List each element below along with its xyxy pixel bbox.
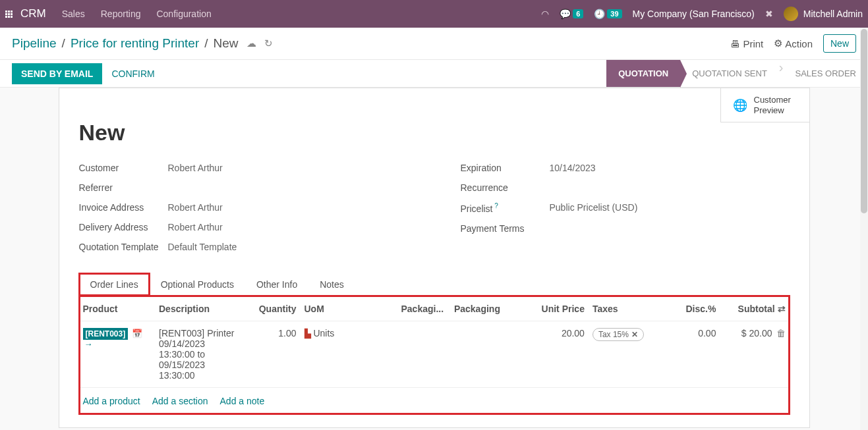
breadcrumb-opportunity[interactable]: Price for renting Printer — [71, 36, 199, 51]
arrow-right-icon[interactable]: → — [84, 339, 93, 349]
action-button[interactable]: ⚙ Action — [774, 38, 813, 49]
breadcrumb-pipeline[interactable]: Pipeline — [12, 36, 57, 51]
messages-icon[interactable]: 💬6 — [560, 9, 583, 19]
user-menu[interactable]: Mitchell Admin — [784, 7, 863, 21]
add-section-link[interactable]: Add a section — [152, 396, 208, 406]
breadcrumb: Pipeline / Price for renting Printer / N… — [12, 36, 273, 51]
breadcrumb-row: Pipeline / Price for renting Printer / N… — [0, 28, 868, 60]
th-description: Description — [155, 296, 252, 321]
label-quotation-template: Quotation Template — [79, 242, 168, 252]
stage-sales-order[interactable]: SALES ORDER — [784, 60, 868, 87]
clock-badge: 39 — [607, 9, 622, 18]
globe-icon: 🌐 — [733, 98, 747, 113]
tab-other-info[interactable]: Other Info — [245, 273, 308, 295]
label-recurrence: Recurrence — [461, 182, 550, 193]
vertical-scrollbar[interactable] — [860, 28, 868, 430]
add-product-link[interactable]: Add a product — [83, 396, 140, 406]
th-unit-price: Unit Price — [526, 296, 589, 321]
field-invoice-address[interactable]: Robert Arthur — [168, 202, 223, 213]
top-navbar: CRM Sales Reporting Configuration ◠ 💬6 🕘… — [0, 0, 868, 28]
columns-settings-icon[interactable]: ⇄ — [778, 304, 786, 314]
field-quotation-template[interactable]: Default Template — [168, 242, 237, 252]
field-pricelist[interactable]: Public Pricelist (USD) — [550, 202, 638, 214]
cell-packagi[interactable] — [397, 321, 450, 388]
order-lines-table: Product Description Quantity UoM Packagi… — [79, 296, 790, 414]
print-button[interactable]: 🖶 Print — [730, 38, 763, 49]
nav-reporting[interactable]: Reporting — [101, 9, 141, 19]
field-customer[interactable]: Robert Arthur — [168, 163, 223, 173]
breadcrumb-current: New — [214, 36, 239, 51]
field-delivery-address[interactable]: Robert Arthur — [168, 222, 223, 232]
product-code-chip: [RENT003] — [83, 328, 129, 340]
tab-notes[interactable]: Notes — [308, 273, 355, 295]
company-selector[interactable]: My Company (San Francisco) — [633, 9, 755, 19]
tax-tag[interactable]: Tax 15% ✕ — [593, 328, 644, 341]
chat-badge: 6 — [573, 9, 583, 18]
th-product: Product — [79, 296, 156, 321]
label-payment-terms: Payment Terms — [461, 223, 550, 234]
nav-configuration[interactable]: Configuration — [156, 9, 211, 19]
breadcrumb-sep: / — [204, 36, 208, 51]
delete-row-icon[interactable]: 🗑 — [776, 328, 786, 338]
table-row[interactable]: [RENT003] 📅 → [RENT003] Printer 09/14/20… — [79, 321, 790, 388]
cell-product[interactable]: [RENT003] 📅 → — [79, 321, 156, 388]
cell-taxes[interactable]: Tax 15% ✕ — [589, 321, 679, 388]
statusbar: SEND BY EMAIL CONFIRM QUOTATION QUOTATIO… — [0, 60, 868, 88]
app-name[interactable]: CRM — [20, 7, 46, 20]
th-packaging: Packaging — [450, 296, 527, 321]
tab-order-lines[interactable]: Order Lines — [79, 273, 150, 296]
chevron-right-icon: › — [779, 60, 784, 87]
th-subtotal: Subtotal ⇄ — [720, 296, 789, 321]
cell-quantity[interactable]: 1.00 — [252, 321, 301, 388]
tab-optional-products[interactable]: Optional Products — [150, 273, 245, 295]
apps-icon[interactable] — [5, 11, 13, 18]
cell-disc[interactable]: 0.00 — [678, 321, 720, 388]
calendar-icon[interactable]: 📅 — [132, 329, 142, 338]
send-by-email-button[interactable]: SEND BY EMAIL — [12, 63, 102, 84]
breadcrumb-sep: / — [62, 36, 65, 51]
close-icon[interactable]: ✕ — [631, 330, 638, 339]
wifi-icon[interactable]: ◠ — [541, 9, 549, 19]
label-delivery-address: Delivery Address — [79, 222, 168, 232]
chart-icon: ▙ — [304, 329, 311, 338]
label-pricelist: Pricelist ? — [461, 202, 550, 214]
th-uom: UoM — [301, 296, 397, 321]
cell-subtotal: $ 20.00🗑 — [720, 321, 789, 388]
th-taxes: Taxes — [589, 296, 679, 321]
add-note-link[interactable]: Add a note — [220, 396, 265, 406]
customer-preview-label: CustomerPreview — [754, 95, 791, 115]
record-title: New — [79, 120, 790, 146]
label-invoice-address: Invoice Address — [79, 202, 168, 213]
cell-packaging[interactable] — [450, 321, 527, 388]
label-customer: Customer — [79, 163, 168, 173]
stage-quotation[interactable]: QUOTATION — [606, 60, 680, 87]
form-sheet: 🌐 CustomerPreview New CustomerRobert Art… — [59, 88, 810, 428]
th-packagi: Packagi... — [397, 296, 450, 321]
activities-icon[interactable]: 🕘39 — [594, 9, 622, 19]
avatar-icon — [784, 7, 798, 21]
cloud-save-icon[interactable]: ☁ — [246, 38, 256, 49]
label-referrer: Referrer — [79, 182, 168, 193]
user-name: Mitchell Admin — [803, 9, 863, 19]
confirm-button[interactable]: CONFIRM — [102, 63, 163, 84]
th-quantity: Quantity — [252, 296, 301, 321]
cell-unit-price[interactable]: 20.00 — [526, 321, 589, 388]
cell-uom[interactable]: ▙ Units — [301, 321, 397, 388]
nav-sales[interactable]: Sales — [62, 9, 85, 19]
field-expiration[interactable]: 10/14/2023 — [550, 163, 596, 173]
label-expiration: Expiration — [461, 163, 550, 173]
debug-icon[interactable]: ✖ — [765, 9, 773, 19]
customer-preview-button[interactable]: 🌐 CustomerPreview — [720, 88, 809, 122]
cell-description[interactable]: [RENT003] Printer 09/14/2023 13:30:00 to… — [155, 321, 252, 388]
new-button[interactable]: New — [823, 34, 856, 53]
scrollbar-thumb[interactable] — [861, 29, 867, 213]
discard-icon[interactable]: ↻ — [264, 38, 273, 49]
stage-quotation-sent[interactable]: QUOTATION SENT — [680, 60, 779, 87]
th-disc: Disc.% — [678, 296, 720, 321]
